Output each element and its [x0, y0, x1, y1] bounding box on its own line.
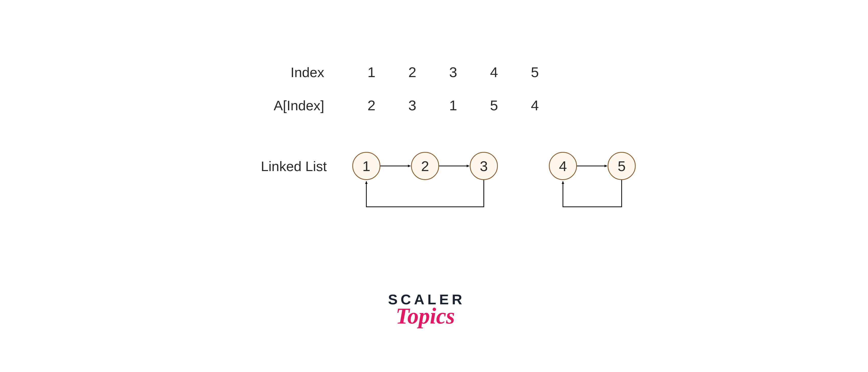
array-cell: 2 [365, 97, 378, 114]
index-row: Index 1 2 3 4 5 [258, 64, 541, 81]
node-3: 3 [470, 152, 498, 180]
node-value: 4 [559, 158, 567, 175]
index-label: Index [258, 64, 324, 80]
scaler-topics-logo: SCALER Topics [388, 291, 465, 329]
array-cell: 3 [406, 97, 419, 114]
array-cell: 5 [488, 97, 500, 114]
array-label: A[Index] [258, 97, 324, 113]
node-5: 5 [608, 152, 636, 180]
array-row: A[Index] 2 3 1 5 4 [258, 97, 541, 114]
array-cells: 2 3 1 5 4 [365, 97, 541, 114]
index-cell: 5 [528, 64, 541, 81]
node-value: 5 [618, 158, 625, 175]
linked-list-label: Linked List [255, 158, 327, 174]
index-cell: 1 [365, 64, 378, 81]
node-value: 2 [421, 158, 429, 175]
array-cell: 1 [447, 97, 460, 114]
arrow-3-1-loop [366, 180, 484, 207]
node-value: 3 [480, 158, 488, 175]
node-2: 2 [411, 152, 439, 180]
index-cell: 4 [488, 64, 500, 81]
index-cells: 1 2 3 4 5 [365, 64, 541, 81]
node-1: 1 [352, 152, 380, 180]
index-cell: 3 [447, 64, 460, 81]
array-cell: 4 [528, 97, 541, 114]
node-4: 4 [549, 152, 577, 180]
logo-topics-text: Topics [396, 303, 465, 329]
arrow-5-4-loop [563, 180, 622, 207]
index-cell: 2 [406, 64, 419, 81]
node-value: 1 [362, 158, 370, 175]
